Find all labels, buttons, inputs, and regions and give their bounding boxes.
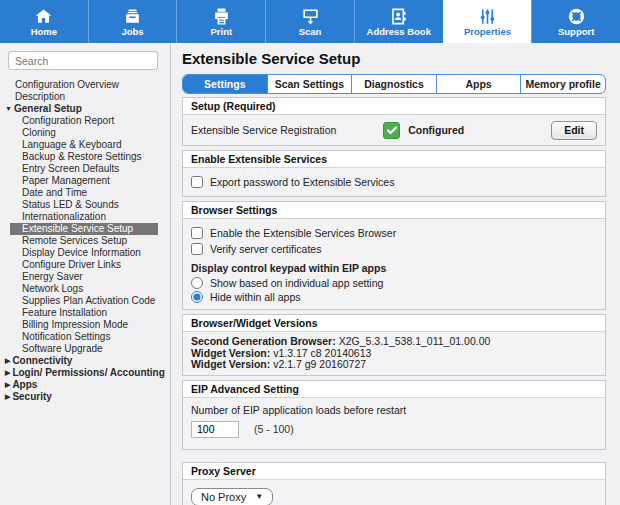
tab-scan-settings[interactable]: Scan Settings [267,75,352,93]
sidebar-item-energy-saver[interactable]: Energy Saver [0,271,170,283]
configured-check-icon [383,122,400,139]
section-header: Setup (Required) [183,98,605,115]
top-nav: Home Jobs Print Scan Address Book Proper… [0,0,620,43]
show-keypad-label: Show based on individual app setting [210,277,383,289]
enable-browser-checkbox[interactable] [191,227,203,239]
sidebar-item-label: Connectivity [12,355,72,366]
sidebar-item-date-and-time[interactable]: Date and Time [0,187,170,199]
sidebar-item-billing-impression-mode[interactable]: Billing Impression Mode [0,319,170,331]
sidebar-item-feature-installation[interactable]: Feature Installation [0,307,170,319]
sidebar-item-cloning[interactable]: Cloning [0,127,170,139]
version-value: v2.1.7 g9 20160727 [273,358,366,370]
tab-settings[interactable]: Settings [183,75,267,93]
nav-tab-label: Properties [464,27,511,37]
section-header: Enable Extensible Services [183,151,605,168]
content-tabs: Settings Scan Settings Diagnostics Apps … [182,74,606,94]
version-line: Widget Version:v2.1.7 g9 20160727 [191,359,597,371]
sidebar-tree: Configuration Overview Description ▼Gene… [0,79,170,403]
version-value: X2G_5.3.1_538.1_011_01.00.00 [339,335,491,347]
tree-collapse-icon: ▼ [5,105,12,112]
sidebar-item-paper-management[interactable]: Paper Management [0,175,170,187]
hide-keypad-label: Hide within all apps [210,291,300,303]
sidebar-item-status-led-sounds[interactable]: Status LED & Sounds [0,199,170,211]
sidebar-item-notification-settings[interactable]: Notification Settings [0,331,170,343]
sidebar-item-label: Security [12,391,51,402]
browser-settings-section: Browser Settings Enable the Extensible S… [182,201,606,310]
sidebar-item-connectivity[interactable]: ▶Connectivity [0,355,170,367]
sidebar-item-configure-driver-links[interactable]: Configure Driver Links [0,259,170,271]
nav-tab-scan[interactable]: Scan [265,0,354,43]
scan-icon [301,7,320,26]
tree-expand-icon: ▶ [5,393,10,400]
enable-browser-label: Enable the Extensible Services Browser [210,227,396,239]
sidebar-item-internationalization[interactable]: Internationalization [0,211,170,223]
nav-tab-home[interactable]: Home [0,0,88,43]
proxy-selected-value: No Proxy [201,491,246,503]
status-badge: Configured [408,124,464,136]
nav-tab-print[interactable]: Print [176,0,265,43]
support-icon [567,7,586,26]
section-header: Proxy Server [183,463,605,480]
keypad-group-label: Display control keypad within EIP apps [191,262,597,274]
export-password-checkbox[interactable] [191,176,203,188]
nav-tab-support[interactable]: Support [531,0,620,43]
version-line: Second Generation Browser:X2G_5.3.1_538.… [191,336,597,348]
jobs-icon [123,7,142,26]
sidebar-item-network-logs[interactable]: Network Logs [0,283,170,295]
sidebar-item-label: Apps [12,379,37,390]
eip-loads-range-hint: (5 - 100) [254,423,294,435]
tab-memory-profile[interactable]: Memory profile [520,75,605,93]
show-keypad-radio[interactable] [191,277,203,289]
verify-certificates-checkbox[interactable] [191,243,203,255]
nav-tab-label: Support [558,27,594,37]
nav-tab-properties[interactable]: Properties [443,0,532,43]
sidebar-item-entry-screen-defaults[interactable]: Entry Screen Defaults [0,163,170,175]
sidebar-item-extensible-service-setup[interactable]: Extensible Service Setup [10,223,158,235]
version-label: Second Generation Browser: [191,335,336,347]
section-header: EIP Advanced Setting [183,381,605,398]
chevron-down-icon: ▼ [255,492,263,501]
tab-diagnostics[interactable]: Diagnostics [351,75,436,93]
setup-required-section: Setup (Required) Extensible Service Regi… [182,97,606,146]
sidebar-item-software-upgrade[interactable]: Software Upgrade [0,343,170,355]
sidebar: Configuration Overview Description ▼Gene… [0,43,171,505]
eip-loads-input[interactable] [191,421,239,438]
page-title: Extensible Service Setup [182,50,612,67]
version-value: v1.3.17 c8 20140613 [273,347,371,359]
tree-expand-icon: ▶ [5,369,10,376]
sidebar-item-configuration-overview[interactable]: Configuration Overview [0,79,170,91]
sidebar-item-supplies-plan-activation-code[interactable]: Supplies Plan Activation Code [0,295,170,307]
home-icon [34,7,53,26]
sidebar-item-apps[interactable]: ▶Apps [0,379,170,391]
section-header: Browser Settings [183,202,605,219]
eip-loads-label: Number of EIP application loads before r… [191,404,597,416]
sidebar-item-login-permissions-accounting[interactable]: ▶Login/ Permissions/ Accounting [0,367,170,379]
sidebar-item-description[interactable]: Description [0,91,170,103]
sidebar-item-label: General Setup [14,103,82,114]
hide-keypad-radio[interactable] [191,291,203,303]
sidebar-item-security[interactable]: ▶Security [0,391,170,403]
sidebar-item-display-device-information[interactable]: Display Device Information [0,247,170,259]
main-content: Extensible Service Setup Settings Scan S… [171,43,620,505]
search-input[interactable] [8,51,158,70]
sidebar-item-configuration-report[interactable]: Configuration Report [0,115,170,127]
nav-tab-address-book[interactable]: Address Book [354,0,443,43]
proxy-server-section: Proxy Server No Proxy ▼ [182,462,606,505]
sidebar-item-backup-restore-settings[interactable]: Backup & Restore Settings [0,151,170,163]
nav-tab-jobs[interactable]: Jobs [88,0,177,43]
eip-advanced-setting-section: EIP Advanced Setting Number of EIP appli… [182,380,606,450]
edit-button[interactable]: Edit [551,121,597,140]
address-book-icon [389,7,408,26]
nav-tab-label: Jobs [121,27,143,37]
tree-expand-icon: ▶ [5,357,10,364]
nav-tab-label: Address Book [367,27,431,37]
proxy-select[interactable]: No Proxy ▼ [191,488,273,505]
registration-label: Extensible Service Registration [191,124,383,136]
sidebar-item-remote-services-setup[interactable]: Remote Services Setup [0,235,170,247]
sidebar-item-general-setup[interactable]: ▼General Setup [0,103,170,115]
browser-widget-versions-section: Browser/Widget Versions Second Generatio… [182,314,606,376]
section-header: Browser/Widget Versions [183,315,605,332]
sidebar-item-language-keyboard[interactable]: Language & Keyboard [0,139,170,151]
properties-icon [478,7,497,26]
tab-apps[interactable]: Apps [436,75,521,93]
